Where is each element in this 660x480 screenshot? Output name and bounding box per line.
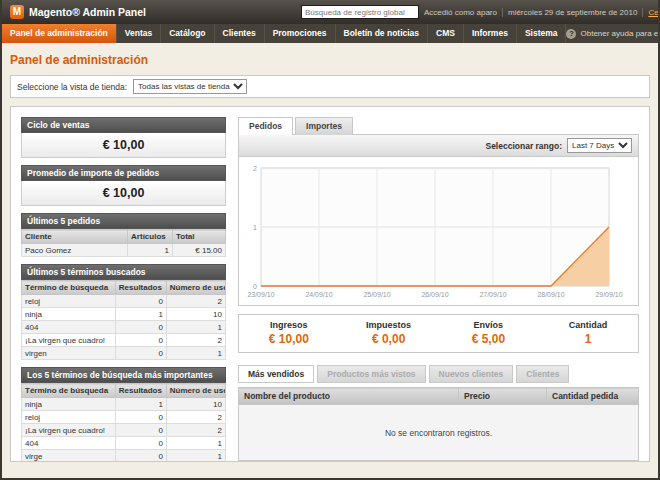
table-row[interactable]: virgen 0 1 bbox=[22, 347, 226, 360]
main-nav: Panel de administración Ventas Catálogo … bbox=[2, 24, 658, 43]
results-cell: 0 bbox=[115, 347, 166, 360]
magento-admin-window: M Magento® Admin Panel Accedió como apar… bbox=[0, 0, 660, 480]
column-header: Cantidad pedida bbox=[547, 388, 639, 405]
results-cell: 0 bbox=[115, 424, 166, 437]
table-row[interactable]: ¡La virgen que cuadro! 0 2 bbox=[22, 424, 226, 437]
page-title: Panel de administración bbox=[10, 53, 650, 67]
table-row[interactable]: reloj 0 2 bbox=[22, 411, 226, 424]
svg-text:27/09/10: 27/09/10 bbox=[479, 291, 506, 298]
help-icon bbox=[566, 29, 576, 39]
top-search-terms-panel: Los 5 términos de búsqueda más important… bbox=[21, 367, 226, 462]
term-cell: ¡La virgen que cuadro! bbox=[22, 424, 116, 437]
column-header: Término de búsqueda bbox=[22, 281, 116, 295]
column-header: Artículos bbox=[128, 230, 173, 244]
term-cell: virge bbox=[22, 450, 116, 463]
store-view-select[interactable]: Todas las vistas de tienda bbox=[133, 79, 247, 94]
stat-label: Impuestos bbox=[339, 320, 439, 330]
results-cell: 0 bbox=[115, 450, 166, 463]
uses-cell: 1 bbox=[166, 321, 225, 334]
last-orders-panel: Últimos 5 pedidos Cliente Artículos Tota… bbox=[21, 213, 226, 257]
content-area: Panel de administración Seleccione la vi… bbox=[2, 43, 658, 478]
top-search-terms-title: Los 5 términos de búsqueda más important… bbox=[21, 367, 226, 383]
table-row[interactable]: reloj 0 2 bbox=[22, 295, 226, 308]
uses-cell: 2 bbox=[166, 424, 225, 437]
last-orders-title: Últimos 5 pedidos bbox=[21, 213, 226, 229]
term-cell: 404 bbox=[22, 321, 116, 334]
results-cell: 0 bbox=[115, 321, 166, 334]
store-view-label: Seleccione la vista de tienda: bbox=[17, 82, 127, 92]
table-row[interactable]: ninja 1 10 bbox=[22, 308, 226, 321]
nav-item-sistema[interactable]: Sistema bbox=[517, 24, 567, 43]
results-cell: 0 bbox=[115, 295, 166, 308]
totals-bar: Ingresos € 10,00 Impuestos € 0,00 Envíos… bbox=[238, 314, 639, 353]
stat-label: Ingresos bbox=[239, 320, 339, 330]
results-cell: 0 bbox=[115, 437, 166, 450]
svg-text:25/09/10: 25/09/10 bbox=[363, 291, 390, 298]
svg-text:28/09/10: 28/09/10 bbox=[537, 291, 564, 298]
page-help-link[interactable]: Obtener ayuda para esta página bbox=[566, 24, 660, 43]
uses-cell: 2 bbox=[166, 295, 225, 308]
tab-mas-vendidos[interactable]: Más vendidos bbox=[238, 365, 314, 383]
term-cell: virgen bbox=[22, 347, 116, 360]
store-view-switcher: Seleccione la vista de tienda: Todas las… bbox=[10, 75, 650, 98]
results-cell: 1 bbox=[115, 398, 166, 411]
table-row[interactable]: ninja 1 10 bbox=[22, 398, 226, 411]
total-cell: € 15.00 bbox=[172, 244, 225, 257]
nav-item-informes[interactable]: Informes bbox=[464, 24, 517, 43]
average-orders-value: € 10,00 bbox=[21, 181, 226, 206]
svg-text:0: 0 bbox=[253, 283, 257, 290]
lifetime-sales-title: Ciclo de ventas bbox=[21, 117, 226, 133]
uses-cell: 10 bbox=[166, 398, 225, 411]
column-header: Número de usos bbox=[166, 384, 225, 398]
nav-item-catalogo[interactable]: Catálogo bbox=[161, 24, 214, 43]
tab-nuevos-clientes[interactable]: Nuevos clientes bbox=[429, 365, 514, 383]
stat-value: 1 bbox=[538, 332, 638, 346]
uses-cell: 2 bbox=[166, 411, 225, 424]
uses-cell: 2 bbox=[166, 334, 225, 347]
nav-item-cms[interactable]: CMS bbox=[428, 24, 464, 43]
column-header: Precio bbox=[459, 388, 547, 405]
tab-clientes[interactable]: Clientes bbox=[516, 365, 569, 383]
table-row[interactable]: virge 0 1 bbox=[22, 450, 226, 463]
top-search-terms-table: Término de búsqueda Resultados Número de… bbox=[21, 383, 226, 462]
stat-label: Envíos bbox=[439, 320, 539, 330]
stat-ingresos: Ingresos € 10,00 bbox=[239, 320, 339, 346]
nav-item-boletin[interactable]: Boletín de noticias bbox=[336, 24, 429, 43]
table-row[interactable]: 404 0 1 bbox=[22, 437, 226, 450]
uses-cell: 10 bbox=[166, 308, 225, 321]
average-orders-title: Promedio de importe de pedidos bbox=[21, 165, 226, 181]
stat-label: Cantidad bbox=[538, 320, 638, 330]
last-search-terms-panel: Últimos 5 términos buscados Término de b… bbox=[21, 264, 226, 360]
table-row[interactable]: ¡La virgen que cuadro! 0 2 bbox=[22, 334, 226, 347]
table-row[interactable]: 404 0 1 bbox=[22, 321, 226, 334]
stat-value: € 5,00 bbox=[439, 332, 539, 346]
svg-text:1: 1 bbox=[253, 224, 257, 231]
uses-cell: 1 bbox=[166, 347, 225, 360]
nav-item-dashboard[interactable]: Panel de administración bbox=[2, 24, 117, 43]
nav-item-ventas[interactable]: Ventas bbox=[117, 24, 161, 43]
stat-value: € 10,00 bbox=[239, 332, 339, 346]
column-header: Total bbox=[172, 230, 225, 244]
global-search-input[interactable] bbox=[301, 5, 419, 19]
logout-link[interactable]: Cerrar Sesión bbox=[648, 8, 660, 17]
column-header: Cliente bbox=[22, 230, 128, 244]
top-header: M Magento® Admin Panel Accedió como apar… bbox=[2, 0, 658, 24]
nav-item-promociones[interactable]: Promociones bbox=[265, 24, 336, 43]
range-label: Seleccionar rango: bbox=[485, 141, 562, 151]
term-cell: ninja bbox=[22, 308, 116, 321]
logged-in-as: Accedió como aparo bbox=[419, 8, 502, 17]
svg-text:2: 2 bbox=[253, 165, 257, 172]
svg-text:24/09/10: 24/09/10 bbox=[305, 291, 332, 298]
last-orders-table: Cliente Artículos Total Paco Gomez 1 € 1… bbox=[21, 229, 226, 257]
tab-importes[interactable]: Importes bbox=[295, 117, 353, 135]
nav-item-clientes[interactable]: Clientes bbox=[215, 24, 265, 43]
orders-chart: 01223/09/1024/09/1025/09/1026/09/1027/09… bbox=[241, 160, 629, 300]
range-select[interactable]: Last 7 Days bbox=[567, 138, 632, 153]
results-cell: 0 bbox=[115, 411, 166, 424]
tab-pedidos[interactable]: Pedidos bbox=[238, 117, 293, 135]
stat-impuestos: Impuestos € 0,00 bbox=[339, 320, 439, 346]
tab-productos-mas-vistos[interactable]: Productos más vistos bbox=[317, 365, 425, 383]
table-row[interactable]: Paco Gomez 1 € 15.00 bbox=[22, 244, 226, 257]
stat-value: € 0,00 bbox=[339, 332, 439, 346]
customer-cell: Paco Gomez bbox=[22, 244, 128, 257]
